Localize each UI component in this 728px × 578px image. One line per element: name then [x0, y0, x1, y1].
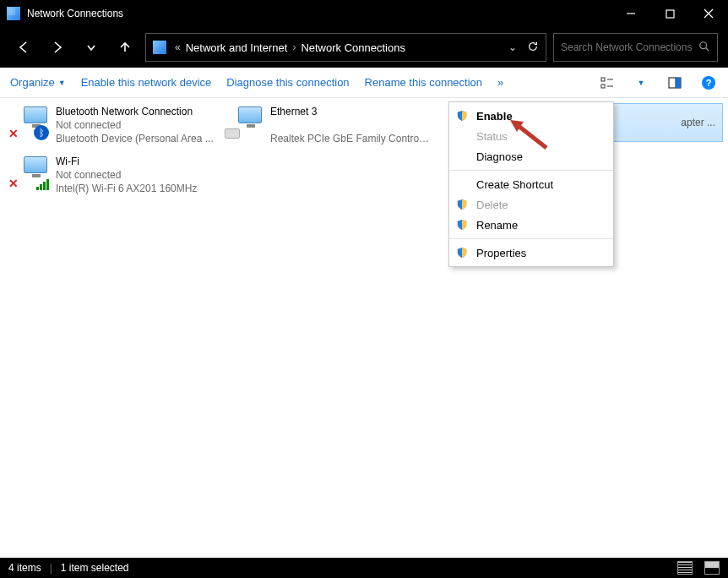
location-icon — [153, 41, 166, 54]
diagnose-connection-button[interactable]: Diagnose this connection — [226, 76, 349, 89]
connection-name: Wi-Fi — [56, 155, 197, 168]
svg-point-4 — [700, 41, 707, 48]
minimize-button[interactable] — [611, 0, 650, 27]
details-view-button[interactable] — [677, 561, 693, 575]
connection-desc-tail: apter ... — [681, 117, 715, 128]
view-options-button[interactable] — [598, 74, 617, 92]
breadcrumb-item[interactable]: Network Connections — [301, 41, 405, 54]
context-menu-properties[interactable]: Properties — [449, 243, 613, 263]
forward-button[interactable] — [44, 34, 71, 61]
shield-icon — [456, 219, 468, 231]
connection-item-bluetooth[interactable]: ✕ᛒ Bluetooth Network Connection Not conn… — [5, 103, 220, 148]
search-icon[interactable] — [698, 41, 710, 55]
shield-icon — [456, 247, 468, 259]
connection-desc: Intel(R) Wi-Fi 6 AX201 160MHz — [56, 182, 197, 195]
status-selection-count: 1 item selected — [61, 562, 129, 574]
status-separator: | — [50, 562, 52, 574]
help-button[interactable]: ? — [699, 74, 718, 92]
bluetooth-adapter-icon: ✕ᛒ — [8, 105, 49, 140]
menu-separator — [449, 170, 613, 171]
context-menu: Enable Status Diagnose Create Shortcut D… — [448, 101, 614, 267]
menu-separator — [449, 238, 613, 239]
close-button[interactable] — [689, 0, 728, 27]
view-dropdown-icon[interactable]: ▼ — [632, 74, 650, 92]
connection-desc: Realtek PCIe GbE Family Controll... — [270, 132, 431, 145]
refresh-button[interactable] — [527, 41, 539, 55]
rename-connection-button[interactable]: Rename this connection — [365, 76, 482, 89]
large-icons-view-button[interactable] — [704, 561, 720, 575]
context-menu-delete: Delete — [449, 194, 613, 215]
back-button[interactable] — [10, 34, 37, 61]
window-title: Network Connections — [27, 8, 123, 19]
status-item-count: 4 items — [8, 562, 41, 574]
svg-line-5 — [706, 47, 709, 51]
app-icon — [7, 7, 20, 20]
connection-desc: Bluetooth Device (Personal Area ... — [56, 132, 214, 145]
wifi-adapter-icon: ✕ — [8, 155, 49, 190]
toolbar-overflow-button[interactable]: » — [497, 76, 503, 89]
connection-name: Ethernet 3 — [270, 105, 431, 118]
connection-item-wifi[interactable]: ✕ Wi-Fi Not connected Intel(R) Wi-Fi 6 A… — [5, 153, 220, 198]
breadcrumb-item[interactable]: Network and Internet — [186, 41, 288, 54]
maximize-button[interactable] — [650, 0, 689, 27]
svg-rect-1 — [666, 10, 674, 18]
connection-status: Not connected — [56, 118, 214, 132]
context-menu-create-shortcut[interactable]: Create Shortcut — [449, 174, 613, 194]
address-bar[interactable]: « Network and Internet › Network Connect… — [145, 33, 546, 62]
chevron-right-icon[interactable]: › — [292, 41, 296, 53]
context-menu-enable[interactable]: Enable — [449, 106, 613, 126]
history-dropdown-button[interactable] — [78, 34, 105, 61]
breadcrumb-prefix: « — [175, 41, 181, 53]
search-input[interactable] — [561, 41, 698, 53]
up-button[interactable] — [111, 34, 139, 61]
search-box[interactable] — [553, 33, 718, 62]
preview-pane-button[interactable] — [666, 74, 684, 92]
svg-rect-6 — [601, 78, 605, 81]
context-menu-status: Status — [449, 126, 613, 146]
connection-status: Not connected — [56, 168, 197, 182]
svg-rect-7 — [601, 85, 605, 88]
context-menu-rename[interactable]: Rename — [449, 215, 613, 235]
svg-rect-12 — [676, 78, 681, 88]
shield-icon — [456, 199, 468, 210]
ethernet-adapter-icon — [223, 105, 263, 140]
enable-device-button[interactable]: Enable this network device — [81, 76, 212, 89]
context-menu-diagnose[interactable]: Diagnose — [449, 146, 613, 166]
organize-menu[interactable]: Organize▼ — [10, 76, 66, 89]
connection-status — [270, 118, 431, 132]
connection-item-ethernet[interactable]: Ethernet 3 Realtek PCIe GbE Family Contr… — [220, 103, 434, 148]
shield-icon — [456, 110, 468, 122]
address-dropdown-icon[interactable]: ⌄ — [508, 41, 517, 53]
connection-name: Bluetooth Network Connection — [56, 105, 214, 118]
